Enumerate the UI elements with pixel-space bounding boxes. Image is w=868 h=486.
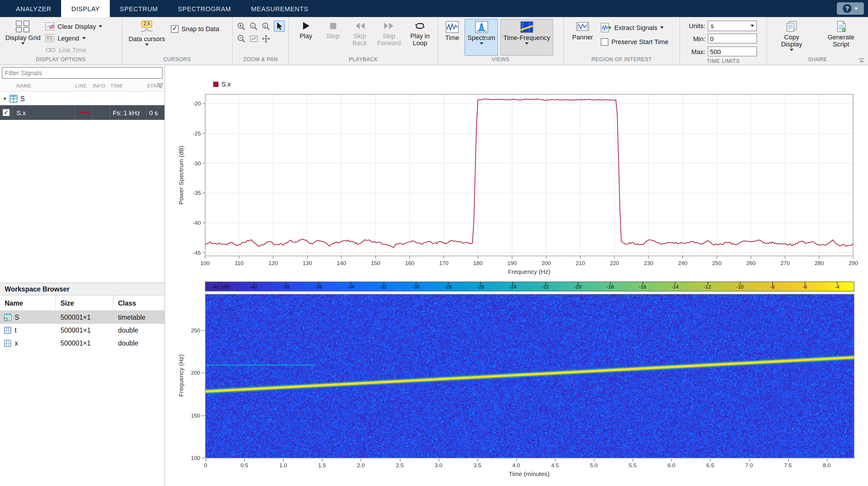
power-spectrum-plot[interactable] <box>205 94 853 256</box>
signal-group-row[interactable]: ▾ S <box>0 92 164 105</box>
spectrum-x-tick: 140 <box>337 260 346 266</box>
spectrum-x-tick: 170 <box>439 260 449 266</box>
spectrogram-x-tick-mark <box>827 459 827 461</box>
spectrogram-x-tick: 7.5 <box>784 462 792 468</box>
pointer-tool-button[interactable] <box>274 21 285 32</box>
spectrogram-x-tick-mark <box>555 459 556 461</box>
spectrum-y-tick: -25 <box>193 130 201 137</box>
extract-signals-button[interactable]: Extract Signals <box>601 22 668 33</box>
spectrogram-x-tick-mark <box>322 459 323 461</box>
matrix-icon <box>3 339 12 347</box>
colorbar-tick-label: -24 <box>509 284 517 290</box>
workspace-row[interactable]: x 500001×1 double <box>0 337 164 350</box>
spectrogram-x-tick: 1.5 <box>318 462 326 468</box>
signal-visible-checkbox[interactable] <box>2 109 10 116</box>
tab-spectrum[interactable]: SPECTRUM <box>110 0 168 17</box>
time-frequency-view-button[interactable]: Time-Frequency <box>500 19 553 56</box>
tab-measurements[interactable]: MEASUREMENTS <box>241 0 318 17</box>
spectrogram-x-tick: 6.5 <box>707 462 714 468</box>
tab-analyzer[interactable]: ANALYZER <box>6 0 61 17</box>
zoom-in-icon[interactable] <box>237 22 246 31</box>
section-label: SHARE <box>767 56 868 65</box>
workspace-row[interactable]: S 500001×1 timetable <box>0 311 164 324</box>
zoom-out-icon[interactable] <box>237 34 246 44</box>
spectrum-x-tick: 290 <box>848 260 858 266</box>
clear-display-button[interactable]: Clear Display <box>45 21 102 32</box>
time-view-button[interactable]: Time <box>442 19 462 56</box>
spectrum-y-tick: -45 <box>193 250 201 256</box>
workspace-row[interactable]: t 500001×1 double <box>0 324 164 337</box>
panner-button[interactable]: Panner <box>568 19 597 40</box>
collapse-toolstrip-icon[interactable] <box>858 58 865 63</box>
spectrogram-y-tick: 200 <box>191 369 200 376</box>
colorbar-tick-label: -26 <box>477 284 484 290</box>
play-in-loop-button[interactable]: Play in Loop <box>405 19 435 47</box>
copy-display-icon <box>786 21 798 32</box>
spectrogram-y-tick-mark <box>202 415 205 416</box>
min-time-input[interactable] <box>708 33 757 44</box>
spectrum-x-tick: 220 <box>610 260 619 266</box>
link-time-button[interactable]: Link Time <box>45 44 102 56</box>
data-cursors-button[interactable]: 2.5 Data cursors <box>126 19 167 46</box>
spectrogram-x-tick: 1.0 <box>279 462 287 468</box>
colorbar-tick-label: -42 (dB) <box>212 284 230 290</box>
zoom-x-icon[interactable]: x <box>249 22 258 31</box>
tree-expand-icon[interactable]: ▾ <box>3 95 6 102</box>
units-select[interactable]: s <box>708 20 757 31</box>
zoom-y-icon[interactable]: y <box>261 22 271 31</box>
spectrum-view-button[interactable]: Spectrum <box>465 19 498 56</box>
colorbar-tick-label: -8 <box>770 284 774 290</box>
display-grid-button[interactable]: Display Grid <box>4 19 42 45</box>
colorbar-tick-label: -6 <box>803 284 807 290</box>
fit-to-view-icon[interactable] <box>249 34 258 44</box>
filter-funnel-icon[interactable] <box>157 82 164 89</box>
tab-display[interactable]: DISPLAY <box>61 0 110 17</box>
section-label: CURSORS <box>122 56 232 65</box>
chevron-down-icon <box>99 25 102 28</box>
pan-icon[interactable] <box>261 34 271 44</box>
spectrogram-x-tick: 4.0 <box>513 462 520 468</box>
help-button[interactable]: ? <box>837 2 864 15</box>
colorbar-tick-label: -4 <box>835 284 839 290</box>
play-button[interactable]: Play <box>293 19 319 39</box>
spectrogram-x-tick: 5.5 <box>629 462 636 468</box>
colorbar-tick-label: -28 <box>444 284 452 290</box>
generate-script-button[interactable]: Generate Script <box>819 19 863 48</box>
copy-display-button[interactable]: Copy Display <box>773 19 810 51</box>
chevron-down-icon <box>660 26 664 29</box>
skip-back-button[interactable]: Skip Back <box>347 19 373 47</box>
filter-signals-input[interactable] <box>2 67 163 79</box>
colorbar-tick-label: -18 <box>607 284 614 290</box>
stop-icon <box>328 21 338 31</box>
section-views: Time Spectrum Time-Frequency VIEWS <box>438 17 564 65</box>
snap-to-data-checkbox[interactable] <box>171 25 179 33</box>
spectrogram-x-tick-mark <box>206 459 206 461</box>
tab-spectrogram[interactable]: SPECTROGRAM <box>168 0 241 17</box>
chevron-down-icon <box>479 42 483 45</box>
max-time-input[interactable] <box>708 47 757 56</box>
spectrum-x-tick: 200 <box>541 260 551 266</box>
spectrum-y-tick: -40 <box>193 220 201 226</box>
loop-icon <box>414 21 425 31</box>
spectrum-x-tick: 250 <box>712 260 721 266</box>
toolstrip: Display Grid Clear Display Legend <box>0 17 868 65</box>
spectrum-x-tick: 210 <box>576 260 585 266</box>
colorbar-tick-label: -34 <box>347 284 354 290</box>
clear-display-icon <box>45 22 55 31</box>
matrix-icon <box>3 326 12 334</box>
section-label: TIME LIMITS <box>680 58 766 65</box>
spectrogram-x-tick: 0 <box>204 462 207 468</box>
spectrogram-x-tick-mark <box>632 459 633 461</box>
signal-row[interactable]: S.x Fs: 1 kHz 0 s <box>0 105 164 120</box>
spectrum-x-tick: 120 <box>269 260 278 266</box>
stop-button[interactable]: Stop <box>320 19 346 39</box>
legend-button[interactable]: Legend <box>45 32 102 44</box>
skip-forward-button[interactable]: Skip Forward <box>374 19 404 47</box>
help-icon: ? <box>843 4 851 13</box>
spectrogram-plot[interactable] <box>205 294 855 458</box>
chevron-down-icon <box>790 49 794 51</box>
signal-list-empty-area <box>0 120 164 283</box>
preserve-start-time-checkbox[interactable] <box>601 38 609 46</box>
spectrum-y-tick: -20 <box>193 100 201 107</box>
spectrum-x-tick: 280 <box>814 260 824 266</box>
